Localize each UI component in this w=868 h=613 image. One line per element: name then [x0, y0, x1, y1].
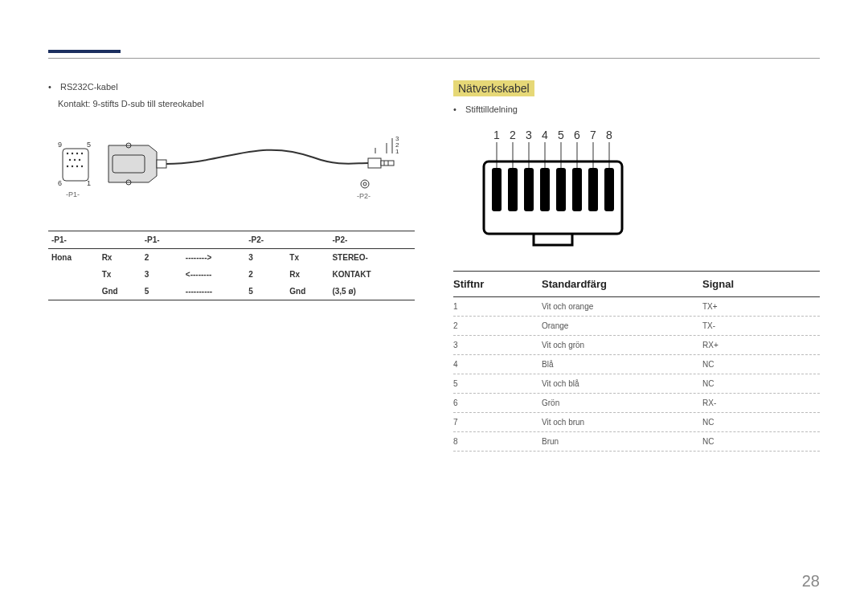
p2-label: -P2- [357, 192, 371, 200]
c-2-3: ---------- [182, 283, 245, 300]
svg-point-6 [74, 159, 76, 161]
hdr-p2b: -P2- [329, 231, 415, 249]
table-row: 5Vit och blåNC [453, 374, 820, 394]
pin-num-4: 4 [542, 129, 548, 141]
pin-assignment-bullet: • Stifttilldelning [453, 103, 820, 116]
table-row: 3Vit och grönRX+ [453, 336, 820, 355]
table-row: 1Vit och orangeTX+ [453, 297, 820, 317]
table-cell: NC [702, 379, 820, 388]
rs232c-sub-label: Kontakt: 9-stifts D-sub till stereokabel [58, 99, 204, 108]
pin6-label: 6 [58, 179, 62, 187]
table-cell: 1 [453, 302, 542, 311]
svg-point-5 [69, 159, 71, 161]
pin9-label: 9 [58, 141, 62, 149]
pin-numbers: 1 2 3 4 5 6 7 8 [493, 129, 612, 141]
c-1-3: <-------- [182, 266, 245, 283]
table-cell: 2 [453, 321, 542, 330]
table-cell: Vit och blå [542, 379, 702, 388]
c-2-2: 5 [141, 283, 182, 300]
hdr-p1a: -P1- [48, 231, 99, 249]
table-cell: TX+ [702, 302, 820, 311]
svg-rect-36 [524, 168, 534, 211]
rs232c-label: RS232C-kabel [60, 82, 118, 92]
pin-num-3: 3 [526, 129, 532, 141]
svg-rect-40 [588, 168, 598, 211]
header-rule [48, 58, 820, 59]
hdr-blank1 [99, 231, 141, 249]
rj45-diagram: 1 2 3 4 5 6 7 8 [476, 126, 820, 258]
pin-num-5: 5 [558, 129, 564, 141]
table-cell: 6 [453, 398, 542, 407]
pin-num-6: 6 [574, 129, 580, 141]
table-cell: 3 [453, 341, 542, 349]
table-cell: 8 [453, 437, 542, 446]
c-1-0 [48, 266, 99, 283]
svg-point-11 [81, 166, 83, 167]
c-2-5: Gnd [286, 283, 329, 300]
c-0-0: Hona [48, 249, 99, 267]
table-cell: Vit och grön [542, 341, 702, 349]
table-row: 4BlåNC [453, 355, 820, 374]
svg-point-4 [81, 153, 83, 154]
svg-rect-33 [484, 161, 622, 234]
pin5-label: 5 [87, 141, 91, 149]
table-cell: NC [702, 418, 820, 427]
svg-point-7 [79, 159, 80, 161]
right-column: Nätverkskabel • Stifttilldelning 1 2 3 4… [453, 80, 820, 452]
table-cell: 7 [453, 418, 542, 427]
svg-point-1 [67, 153, 68, 154]
cable-diagram: 9 5 6 1 -P1- [48, 121, 402, 218]
svg-point-10 [76, 166, 78, 167]
hdr-blank3 [286, 231, 329, 249]
left-column: • RS232C-kabel Kontakt: 9-stifts D-sub t… [48, 80, 415, 452]
stereo-1: 1 [395, 148, 399, 155]
pin-num-8: 8 [606, 129, 612, 141]
svg-rect-15 [157, 160, 166, 168]
c-0-2: 2 [141, 249, 182, 267]
c-1-4: 2 [245, 266, 286, 283]
svg-point-8 [67, 166, 68, 167]
table-cell: Vit och orange [542, 302, 702, 311]
pinout-table-left: -P1- -P1- -P2- -P2- Hona Rx 2 --------> … [48, 231, 415, 300]
pin-table-header: Stiftnr Standardfärg Signal [453, 271, 820, 297]
pin-num-7: 7 [590, 129, 596, 141]
svg-point-9 [72, 166, 73, 167]
svg-rect-17 [381, 161, 394, 166]
c-2-4: 5 [245, 283, 286, 300]
svg-point-3 [76, 153, 78, 154]
svg-rect-37 [540, 168, 550, 211]
c-0-4: 3 [245, 249, 286, 267]
table-cell: RX- [702, 398, 820, 407]
c-1-6: KONTAKT [329, 266, 415, 283]
svg-rect-16 [368, 158, 381, 168]
hdr-blank2 [182, 231, 245, 249]
svg-rect-34 [492, 168, 502, 211]
bullet-icon: • [453, 103, 463, 116]
hdr-p2a: -P2- [245, 231, 286, 249]
bullet-icon: • [48, 80, 58, 94]
table-row: 6GrönRX- [453, 394, 820, 413]
table-cell: Brun [542, 437, 702, 446]
table-cell: Orange [542, 321, 702, 330]
table-cell: Grön [542, 398, 702, 407]
hdr-signal: Signal [702, 278, 820, 290]
table-cell: RX+ [702, 341, 820, 349]
pin-num-1: 1 [493, 129, 500, 141]
content-columns: • RS232C-kabel Kontakt: 9-stifts D-sub t… [48, 80, 820, 452]
table-cell: Blå [542, 360, 702, 369]
table-row: 7Vit och brunNC [453, 413, 820, 432]
hdr-p1b: -P1- [141, 231, 182, 249]
network-cable-title: Nätverkskabel [453, 80, 534, 96]
table-row: 2OrangeTX- [453, 317, 820, 336]
table-cell: NC [702, 437, 820, 446]
pin-table-body: 1Vit och orangeTX+2OrangeTX-3Vit och grö… [453, 297, 820, 452]
p1-label: -P1- [66, 190, 80, 198]
c-0-5: Tx [286, 249, 329, 267]
page-number: 28 [802, 572, 820, 591]
svg-point-23 [361, 180, 369, 188]
c-2-1: Gnd [99, 283, 141, 300]
pin-assignment-label: Stifttilldelning [465, 104, 518, 114]
header-accent-bar [48, 50, 121, 53]
hdr-pinno: Stiftnr [453, 278, 542, 290]
c-1-1: Tx [99, 266, 141, 283]
